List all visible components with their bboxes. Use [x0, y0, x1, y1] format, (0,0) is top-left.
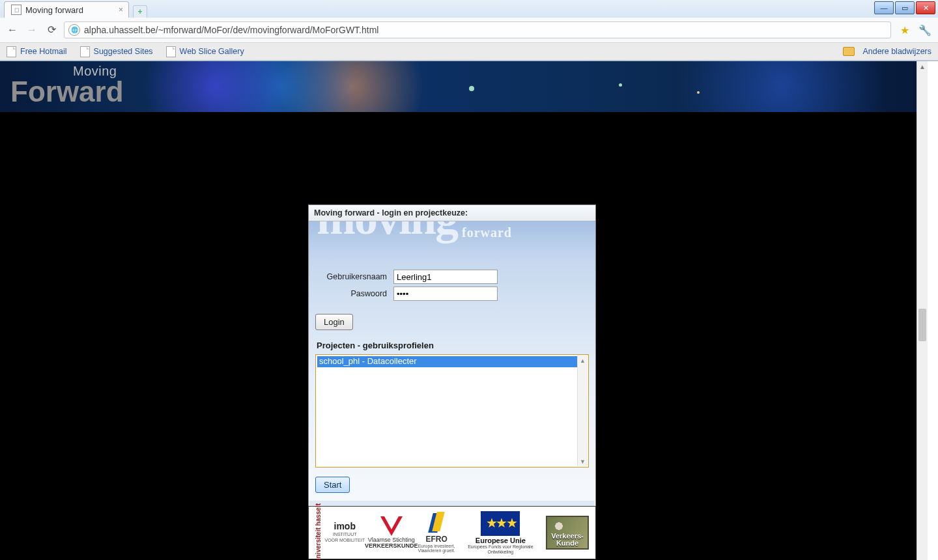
- browser-tab[interactable]: ◻ Moving forward ×: [4, 1, 129, 18]
- sponsor-verkeerskunde: Verkeers- Kunde: [546, 516, 589, 550]
- bookmark-item[interactable]: Suggested Sites: [80, 46, 153, 57]
- projects-section-label: Projecten - gebruiksprofielen: [317, 341, 589, 350]
- settings-wrench-icon[interactable]: 🔧: [918, 24, 931, 36]
- sponsor-imob-sub: INSTITUUT VOOR MOBILITEIT: [325, 532, 365, 542]
- back-button[interactable]: ←: [5, 23, 20, 37]
- sponsor-efro-sub: Europa investeert, Vlaanderen groeit.: [418, 544, 455, 553]
- verkeerskunde-box-icon: Verkeers- Kunde: [546, 516, 589, 550]
- dialog-logo-small: forward: [462, 225, 512, 240]
- password-label: Paswoord: [315, 289, 387, 298]
- sponsor-imob-logo: imob: [334, 521, 356, 531]
- forward-button[interactable]: →: [25, 23, 39, 37]
- scroll-thumb[interactable]: [918, 309, 926, 341]
- window-close-button[interactable]: ✕: [916, 1, 935, 14]
- sponsor-eu-title: Europese Unie: [476, 537, 526, 545]
- page-icon: [80, 46, 90, 57]
- dialog-title: Moving forward - login en projectkeuze:: [309, 205, 595, 221]
- sponsor-strip: universiteit hasselt imob INSTITUUT VOOR…: [308, 506, 596, 559]
- url-text: alpha.uhasselt.be/~mforward/MoFor/dev/mo…: [84, 25, 378, 35]
- folder-icon: [843, 47, 855, 56]
- reload-button[interactable]: ⟳: [44, 23, 59, 37]
- project-list-item[interactable]: school_phl - Datacollecter: [317, 356, 578, 367]
- dialog-body: moving forward Gebruikersnaam Paswoord L…: [309, 221, 595, 501]
- vk-line2: Kunde: [556, 539, 578, 548]
- login-dialog: Moving forward - login en projectkeuze: …: [308, 204, 596, 559]
- window-maximize-button[interactable]: ▭: [895, 1, 915, 14]
- bookmark-label: Suggested Sites: [94, 47, 153, 56]
- scroll-up-icon[interactable]: ▲: [578, 356, 588, 365]
- bookmarks-bar: Free Hotmail Suggested Sites Web Slice G…: [0, 42, 938, 61]
- scroll-down-icon[interactable]: ▼: [578, 456, 588, 466]
- dialog-logo: moving forward: [309, 221, 595, 260]
- sponsor-vsv-line2: VERKEERSKUNDE: [365, 543, 418, 549]
- username-label: Gebruikersnaam: [315, 272, 387, 281]
- scroll-up-icon[interactable]: ▲: [917, 61, 928, 72]
- other-bookmarks-label: Andere bladwijzers: [862, 47, 931, 56]
- vsv-triangle-icon: [380, 516, 403, 536]
- tab-title: Moving forward: [25, 5, 83, 15]
- site-info-icon[interactable]: 🌐: [68, 24, 80, 36]
- browser-chrome: ◻ Moving forward × + — ▭ ✕ ← → ⟳ 🌐 alpha…: [0, 0, 938, 61]
- sponsor-efro: EFRO Europa investeert, Vlaanderen groei…: [418, 512, 455, 553]
- banner-dot-icon: [697, 91, 700, 94]
- username-input[interactable]: [393, 270, 498, 284]
- address-bar[interactable]: 🌐 alpha.uhasselt.be/~mforward/MoFor/dev/…: [64, 21, 891, 38]
- bookmark-star-icon[interactable]: ★: [900, 24, 909, 36]
- page-viewport: Moving Forward Moving forward - login en…: [0, 61, 928, 560]
- app-logo-bottom-word: Forward: [10, 79, 124, 105]
- page-scrollbar[interactable]: ▲ ▼: [917, 61, 928, 560]
- page-icon: [166, 46, 176, 57]
- banner-dot-icon: [469, 86, 474, 91]
- username-row: Gebruikersnaam: [315, 270, 589, 284]
- sponsor-eu: ★ ★ ★ Europese Unie Europees Fonds voor …: [455, 511, 546, 554]
- sponsor-eu-sub: Europees Fonds voor Regionale Ontwikkeli…: [455, 544, 546, 554]
- sponsor-uh-vertical-text: universiteit hasselt: [315, 503, 322, 560]
- tab-close-icon[interactable]: ×: [119, 5, 123, 14]
- dialog-logo-big: moving: [317, 221, 457, 245]
- login-button[interactable]: Login: [315, 314, 353, 330]
- sponsor-uhasselt-imob: universiteit hasselt imob INSTITUUT VOOR…: [315, 503, 365, 560]
- start-button[interactable]: Start: [315, 477, 350, 493]
- projects-listbox[interactable]: school_phl - Datacollecter ▲ ▼: [315, 354, 589, 468]
- sponsor-vsv: Vlaamse Stichting VERKEERSKUNDE: [365, 516, 418, 550]
- window-controls: — ▭ ✕: [874, 1, 935, 14]
- bookmark-label: Web Slice Gallery: [180, 47, 244, 56]
- eu-flag-icon: ★ ★ ★: [481, 511, 520, 536]
- bookmark-label: Free Hotmail: [20, 47, 67, 56]
- sponsor-efro-name: EFRO: [425, 535, 447, 544]
- new-tab-button[interactable]: +: [133, 5, 147, 18]
- page-icon: [7, 46, 16, 57]
- tab-strip: ◻ Moving forward × + — ▭ ✕: [0, 0, 938, 18]
- nav-toolbar: ← → ⟳ 🌐 alpha.uhasselt.be/~mforward/MoFo…: [0, 18, 938, 42]
- page-body: Moving Forward Moving forward - login en…: [0, 61, 917, 560]
- banner-dot-icon: [619, 83, 622, 87]
- bookmark-item[interactable]: Web Slice Gallery: [166, 46, 244, 57]
- password-row: Paswoord: [315, 287, 589, 301]
- window-minimize-button[interactable]: —: [874, 1, 894, 14]
- efro-swish-icon: [427, 512, 446, 534]
- bookmark-item[interactable]: Free Hotmail: [7, 46, 67, 57]
- app-logo: Moving Forward: [10, 64, 124, 105]
- app-banner: Moving Forward: [0, 61, 917, 112]
- password-input[interactable]: [393, 287, 498, 301]
- page-favicon-icon: ◻: [11, 5, 21, 15]
- listbox-scrollbar[interactable]: ▲ ▼: [577, 356, 588, 466]
- other-bookmarks-folder[interactable]: Andere bladwijzers: [843, 47, 931, 56]
